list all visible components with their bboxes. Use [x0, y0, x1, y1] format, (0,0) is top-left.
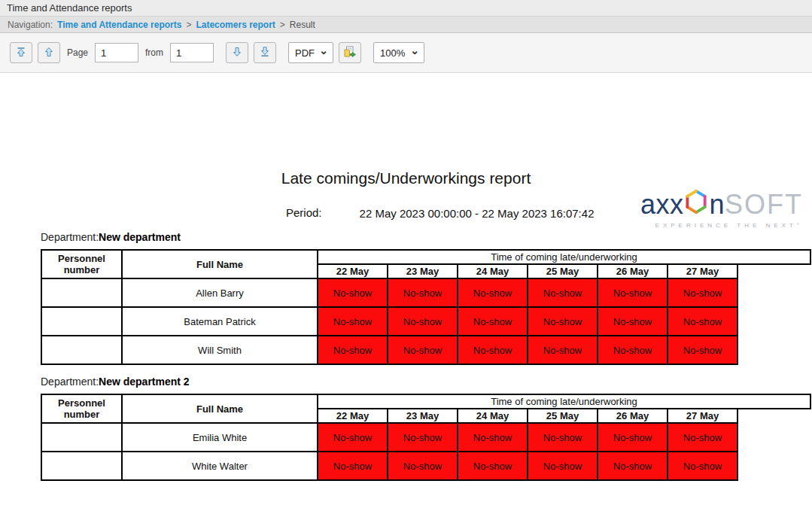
- export-button[interactable]: [339, 42, 361, 63]
- personnel-number-cell: [41, 452, 122, 480]
- full-name-cell: Allen Barry: [122, 278, 318, 307]
- table-row: Bateman PatrickNo-showNo-showNo-showNo-s…: [41, 307, 810, 336]
- breadcrumb-separator: >: [186, 20, 191, 30]
- status-cell-no-show: No-show: [388, 278, 458, 307]
- full-name-cell: White Walter: [122, 452, 318, 480]
- window-title-bar: Time and Attendance reports: [0, 0, 812, 17]
- full-name-cell: Will Smith: [122, 336, 318, 364]
- status-cell-no-show: No-show: [528, 452, 598, 480]
- report-page: axx n SOFT EXPERIENCE THE NEXT° Late com…: [0, 169, 812, 505]
- column-header-date: 23 May: [388, 409, 458, 423]
- department-name: New department 2: [99, 376, 190, 388]
- status-cell-no-show: No-show: [318, 336, 388, 364]
- total-pages-input[interactable]: [170, 43, 214, 62]
- column-group-header-time-of-coming-late: Time of coming late/underworking: [318, 250, 810, 264]
- table-header-row: Personnel numberFull NameTime of coming …: [41, 250, 810, 264]
- status-cell-no-show: No-show: [598, 452, 668, 480]
- export-icon: [343, 46, 357, 60]
- column-header-date: 22 May: [318, 409, 388, 423]
- filler-cell: [737, 452, 810, 480]
- zoom-select-wrap: 100%: [373, 42, 424, 63]
- status-cell-no-show: No-show: [668, 278, 737, 307]
- status-cell-no-show: No-show: [388, 423, 458, 452]
- column-header-date: 23 May: [388, 264, 458, 278]
- status-cell-no-show: No-show: [668, 307, 737, 336]
- period-label: Period:: [286, 206, 322, 221]
- column-header-date: 25 May: [528, 409, 598, 423]
- filler-cell: [737, 423, 810, 452]
- filler-cell: [737, 278, 810, 307]
- status-cell-no-show: No-show: [528, 423, 598, 452]
- personnel-number-cell: [41, 278, 122, 307]
- department-section: Department:New departmentPersonnel numbe…: [0, 231, 812, 365]
- full-name-cell: Bateman Patrick: [122, 307, 318, 336]
- status-cell-no-show: No-show: [598, 423, 668, 452]
- department-section: Department:New department 2Personnel num…: [0, 376, 812, 481]
- status-cell-no-show: No-show: [598, 278, 668, 307]
- export-format-select-wrap: PDF: [288, 42, 333, 63]
- column-header-personnel-number: Personnel number: [41, 250, 122, 278]
- previous-page-button[interactable]: [38, 42, 60, 63]
- department-label: Department:New department: [41, 231, 812, 243]
- personnel-number-cell: [41, 307, 122, 336]
- logo-text-axx: axx: [640, 190, 684, 219]
- personnel-number-cell: [41, 423, 122, 452]
- page-number-input[interactable]: [95, 43, 138, 62]
- column-header-date: 27 May: [668, 409, 737, 423]
- status-cell-no-show: No-show: [598, 307, 668, 336]
- status-cell-no-show: No-show: [388, 336, 458, 364]
- column-header-full-name: Full Name: [122, 250, 318, 278]
- table-header-row: Personnel numberFull NameTime of coming …: [41, 394, 810, 409]
- column-header-personnel-number: Personnel number: [41, 394, 122, 423]
- logo-tagline: EXPERIENCE THE NEXT°: [640, 222, 803, 229]
- report-title: Late comings/Underworkings report: [0, 169, 812, 187]
- status-cell-no-show: No-show: [388, 307, 458, 336]
- department-label-text: Department:: [41, 231, 99, 243]
- filler-cell: [737, 307, 810, 336]
- full-name-cell: Emilia White: [122, 423, 318, 452]
- last-page-button[interactable]: [254, 42, 276, 63]
- previous-page-icon: [44, 47, 54, 59]
- status-cell-no-show: No-show: [668, 452, 737, 480]
- first-page-button[interactable]: [10, 42, 32, 63]
- status-cell-no-show: No-show: [668, 336, 737, 364]
- status-cell-no-show: No-show: [458, 278, 528, 307]
- column-header-date: 24 May: [458, 409, 528, 423]
- status-cell-no-show: No-show: [668, 423, 737, 452]
- breadcrumb-link-time-attendance-reports[interactable]: Time and Attendance reports: [57, 20, 181, 30]
- column-header-date: 27 May: [668, 264, 737, 278]
- department-label: Department:New department 2: [41, 376, 812, 388]
- table-row: White WalterNo-showNo-showNo-showNo-show…: [41, 452, 810, 480]
- status-cell-no-show: No-show: [528, 307, 598, 336]
- column-header-date: 26 May: [598, 409, 668, 423]
- axxonsoft-logo: axx n SOFT EXPERIENCE THE NEXT°: [640, 189, 803, 229]
- logo-text-soft: SOFT: [725, 190, 803, 219]
- status-cell-no-show: No-show: [318, 452, 388, 480]
- breadcrumb-link-latecomers-report[interactable]: Latecomers report: [196, 20, 275, 30]
- status-cell-no-show: No-show: [528, 278, 598, 307]
- export-format-select[interactable]: PDF: [288, 42, 333, 63]
- report-departments: Department:New departmentPersonnel numbe…: [0, 231, 812, 481]
- department-label-text: Department:: [41, 376, 99, 388]
- zoom-select[interactable]: 100%: [373, 42, 424, 63]
- status-cell-no-show: No-show: [458, 336, 528, 364]
- table-row: Will SmithNo-showNo-showNo-showNo-showNo…: [41, 336, 810, 364]
- filler-cell: [737, 409, 810, 423]
- table-row: Emilia WhiteNo-showNo-showNo-showNo-show…: [41, 423, 810, 452]
- next-page-button[interactable]: [226, 42, 248, 63]
- page-label: Page: [67, 47, 88, 58]
- status-cell-no-show: No-show: [458, 307, 528, 336]
- breadcrumb-current: Result: [290, 20, 315, 30]
- column-header-date: 22 May: [318, 264, 388, 278]
- status-cell-no-show: No-show: [318, 278, 388, 307]
- breadcrumb: Navigation: Time and Attendance reports …: [0, 17, 812, 33]
- column-header-full-name: Full Name: [122, 394, 318, 423]
- status-cell-no-show: No-show: [318, 423, 388, 452]
- breadcrumb-label: Navigation:: [8, 20, 53, 30]
- breadcrumb-separator: >: [280, 20, 285, 30]
- filler-cell: [737, 264, 810, 278]
- next-page-icon: [232, 47, 242, 59]
- latecomers-table: Personnel numberFull NameTime of coming …: [41, 249, 811, 365]
- personnel-number-cell: [41, 336, 122, 364]
- column-header-date: 24 May: [458, 264, 528, 278]
